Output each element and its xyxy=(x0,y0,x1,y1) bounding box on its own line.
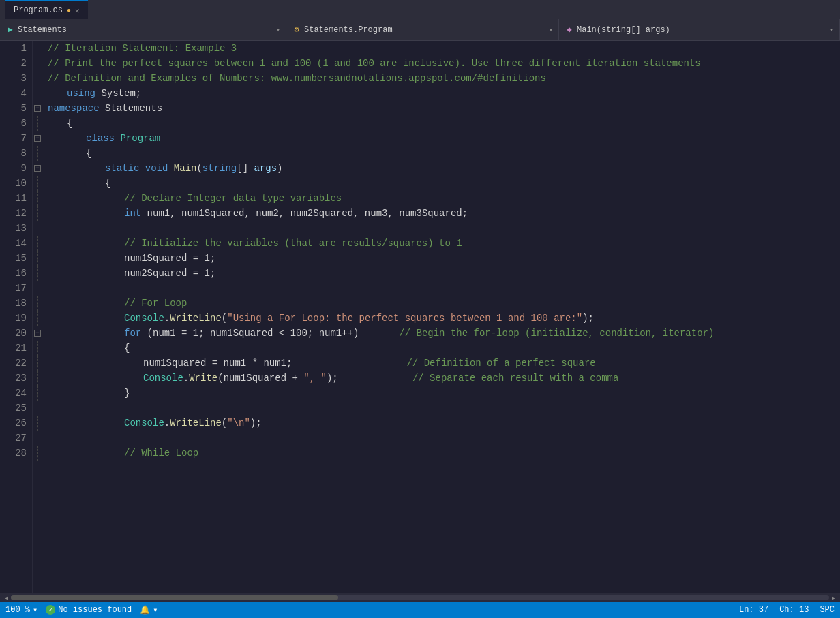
line-num-1: 1 xyxy=(8,41,27,56)
method-icon: ◆ xyxy=(565,25,574,35)
tab-close-button[interactable]: ✕ xyxy=(75,6,80,15)
class-dropdown[interactable]: ⚙ Statements.Program ▾ xyxy=(286,19,559,40)
code-line-23: Console . Write (num1Squared + ", " ); /… xyxy=(48,371,835,386)
method-dropdown[interactable]: ◆ Main(string[] args) ▾ xyxy=(559,19,840,40)
code-line-8: { xyxy=(48,146,835,161)
fold-21 xyxy=(38,341,42,356)
line-num-21: 21 xyxy=(8,341,27,356)
fold-19 xyxy=(38,311,42,326)
code-line-16: num2Squared = 1; xyxy=(48,266,835,281)
zoom-chevron-icon: ▾ xyxy=(33,605,38,615)
fold-10 xyxy=(38,176,42,191)
scroll-left-btn[interactable]: ◀ xyxy=(1,595,11,600)
code-line-24: } xyxy=(48,386,835,401)
fold-20[interactable]: − xyxy=(33,326,42,341)
title-bar: Program.cs ● ✕ xyxy=(0,0,840,19)
code-line-21: { xyxy=(48,341,835,356)
fold-17 xyxy=(33,281,42,296)
line-num-16: 16 xyxy=(8,266,27,281)
fold-7[interactable]: − xyxy=(33,131,42,146)
line-num-9: 9 xyxy=(8,161,27,176)
nav-bar: ▶ Statements ▾ ⚙ Statements.Program ▾ ◆ … xyxy=(0,19,840,41)
namespace-chevron: ▾ xyxy=(276,26,280,34)
status-bar: 100 % ▾ ✓ No issues found 🔔 ▾ Ln: 37 Ch:… xyxy=(0,602,840,618)
fold-area: − − − − xyxy=(33,41,42,593)
line-num-8: 8 xyxy=(8,146,27,161)
spacing-info: SPC xyxy=(820,605,835,615)
line-num-23: 23 xyxy=(8,371,27,386)
code-line-28: // While Loop xyxy=(48,446,835,461)
code-line-15: num1Squared = 1; xyxy=(48,251,835,266)
fold-26 xyxy=(38,416,42,431)
fold-12 xyxy=(38,206,42,221)
editor: 1 2 3 4 5 6 7 8 9 10 11 12 13 14 15 16 1… xyxy=(0,41,840,593)
program-tab[interactable]: Program.cs ● ✕ xyxy=(5,0,88,19)
line-num-3: 3 xyxy=(8,71,27,86)
code-line-19: Console . WriteLine ( "Using a For Loop:… xyxy=(48,311,835,326)
line-info: Ln: 37 xyxy=(739,605,768,615)
line-num-13: 13 xyxy=(8,221,27,236)
scroll-right-btn[interactable]: ▶ xyxy=(829,595,839,600)
fold-14 xyxy=(38,236,42,251)
code-line-1: // Iteration Statement: Example 3 xyxy=(48,41,835,56)
line-num-14: 14 xyxy=(8,236,27,251)
namespace-icon: ▶ xyxy=(5,25,15,35)
fold-27 xyxy=(33,431,42,446)
issues-indicator[interactable]: ✓ No issues found xyxy=(46,605,132,615)
namespace-dropdown[interactable]: ▶ Statements ▾ xyxy=(0,19,286,40)
line-numbers: 1 2 3 4 5 6 7 8 9 10 11 12 13 14 15 16 1… xyxy=(0,41,33,593)
zoom-level[interactable]: 100 % ▾ xyxy=(5,605,38,615)
code-line-4: using System; xyxy=(48,86,835,101)
line-num-19: 19 xyxy=(8,311,27,326)
horizontal-scrollbar[interactable]: ◀ ▶ xyxy=(0,593,840,602)
line-num-6: 6 xyxy=(8,116,27,131)
code-line-9: static void Main ( string [] args ) xyxy=(48,161,835,176)
notification-icon[interactable]: 🔔 ▾ xyxy=(140,605,158,615)
scrollbar-track[interactable] xyxy=(11,595,829,600)
line-num-7: 7 xyxy=(8,131,27,146)
code-line-10: { xyxy=(48,176,835,191)
line-num-15: 15 xyxy=(8,251,27,266)
line-num-11: 11 xyxy=(8,191,27,206)
line-num-5: 5 xyxy=(8,101,27,116)
fold-22 xyxy=(38,356,42,371)
code-line-13 xyxy=(48,221,835,236)
scrollbar-thumb[interactable] xyxy=(11,595,338,600)
line-num-18: 18 xyxy=(8,296,27,311)
line-num-27: 27 xyxy=(8,431,27,446)
fold-24 xyxy=(38,386,42,401)
check-icon: ✓ xyxy=(46,605,55,615)
fold-18 xyxy=(38,296,42,311)
code-line-6: { xyxy=(48,116,835,131)
code-line-18: // For Loop xyxy=(48,296,835,311)
class-icon: ⚙ xyxy=(292,25,301,35)
code-line-27 xyxy=(48,431,835,446)
fold-9[interactable]: − xyxy=(33,161,42,176)
line-num-20: 20 xyxy=(8,326,27,341)
line-num-25: 25 xyxy=(8,401,27,416)
column-info: Ch: 13 xyxy=(779,605,809,615)
fold-16 xyxy=(38,266,42,281)
status-left: 100 % ▾ ✓ No issues found 🔔 ▾ xyxy=(5,605,158,615)
code-line-12: int num1, num1Squared, num2, num2Squared… xyxy=(48,206,835,221)
line-num-24: 24 xyxy=(8,386,27,401)
zoom-value: 100 % xyxy=(5,605,30,615)
fold-3 xyxy=(33,71,42,86)
fold-15 xyxy=(38,251,42,266)
code-content[interactable]: // Iteration Statement: Example 3 // Pri… xyxy=(42,41,840,593)
method-chevron: ▾ xyxy=(830,26,834,34)
fold-5[interactable]: − xyxy=(33,101,42,116)
code-line-7: class Program xyxy=(48,131,835,146)
notification-chevron: ▾ xyxy=(153,605,158,615)
method-label: Main(string[] args) xyxy=(577,25,670,35)
code-line-17 xyxy=(48,281,835,296)
fold-2 xyxy=(33,56,42,71)
code-line-3: // Definition and Examples of Numbers: w… xyxy=(48,71,835,86)
code-line-14: // Initialize the variables (that are re… xyxy=(48,236,835,251)
class-label: Statements.Program xyxy=(304,25,393,35)
class-chevron: ▾ xyxy=(549,26,553,34)
line-num-28: 28 xyxy=(8,446,27,461)
code-line-11: // Declare Integer data type variables xyxy=(48,191,835,206)
code-line-25 xyxy=(48,401,835,416)
code-line-5: namespace Statements xyxy=(48,101,835,116)
